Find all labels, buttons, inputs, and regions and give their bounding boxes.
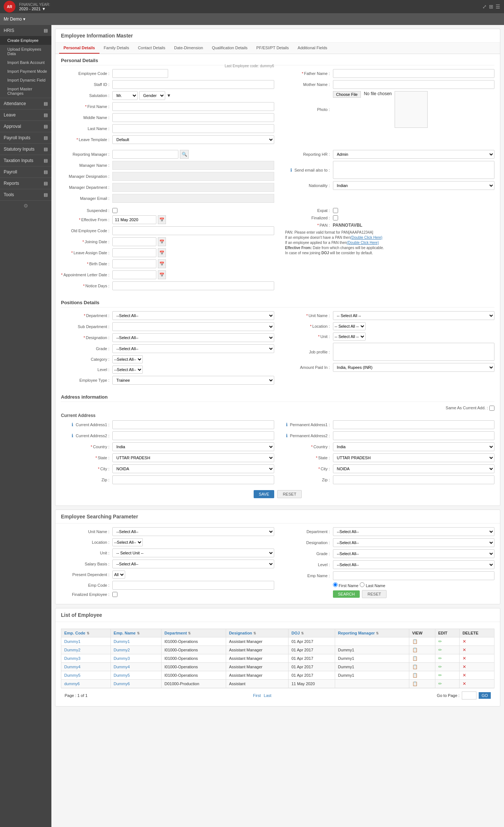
- birth-date-calendar-icon[interactable]: 📅: [158, 259, 166, 268]
- sidebar-item-import-dynamic[interactable]: Import Dynamic Field: [0, 76, 51, 85]
- search-finalized-checkbox[interactable]: [112, 592, 117, 597]
- staff-id-input[interactable]: [112, 80, 274, 89]
- notice-days-input[interactable]: [112, 281, 274, 290]
- emp-code-link[interactable]: Dummy5: [64, 673, 80, 677]
- effective-from-input[interactable]: [112, 215, 156, 224]
- emp-name-link[interactable]: Dummy6: [114, 682, 130, 686]
- emp-name-link[interactable]: Dummy4: [114, 665, 130, 669]
- tab-personal-details[interactable]: Personal Details: [59, 43, 99, 54]
- pan-no-pan-link[interactable]: (Double Click Here): [350, 235, 382, 240]
- sidebar-payroll-inputs-header[interactable]: Payroll Inputs ▤: [0, 132, 51, 143]
- level-select[interactable]: --Select All--: [112, 366, 143, 374]
- tab-additional-fields[interactable]: Additional Fields: [293, 43, 332, 54]
- sort-department[interactable]: Department: [164, 631, 187, 635]
- joining-date-input[interactable]: [112, 237, 156, 246]
- same-as-current-checkbox[interactable]: [489, 406, 494, 411]
- edit-icon[interactable]: ✏: [438, 647, 442, 652]
- delete-icon[interactable]: ✕: [463, 664, 466, 669]
- old-employee-code-input[interactable]: [112, 226, 274, 235]
- search-department-select[interactable]: --Select All--: [333, 527, 495, 536]
- sidebar-tools-header[interactable]: Tools ▤: [0, 189, 51, 200]
- current-address1-input[interactable]: [112, 420, 274, 429]
- sidebar-item-import-master[interactable]: Import Master Changes: [0, 85, 51, 98]
- go-button[interactable]: GO: [479, 692, 491, 699]
- sort-emp-name[interactable]: Emp. Name: [114, 631, 136, 635]
- expand-icon[interactable]: ⤢: [482, 4, 487, 10]
- search-designation-select[interactable]: --Select All--: [333, 538, 495, 547]
- emp-code-link[interactable]: Dummy1: [64, 639, 80, 644]
- birth-date-input[interactable]: [112, 259, 156, 268]
- view-icon[interactable]: 📋: [412, 673, 418, 678]
- tab-date-dimension[interactable]: Date-Dimension: [170, 43, 207, 54]
- user-name[interactable]: Mr Demo ▾: [4, 17, 25, 22]
- leave-assign-calendar-icon[interactable]: 📅: [158, 248, 166, 257]
- pagination-last[interactable]: Last: [264, 693, 272, 698]
- edit-icon[interactable]: ✏: [438, 639, 442, 644]
- emp-code-link[interactable]: Dummy4: [64, 665, 80, 669]
- view-icon[interactable]: 📋: [412, 664, 418, 669]
- choose-file-button[interactable]: Choose File: [333, 91, 361, 98]
- nationality-select[interactable]: Indian: [333, 181, 495, 190]
- emp-name-link[interactable]: Dummy2: [114, 648, 130, 652]
- tab-pf-esi-pt-details[interactable]: PF/ESI/PT Details: [252, 43, 293, 54]
- sidebar-section-hris-header[interactable]: HRIS ▤: [0, 25, 51, 36]
- effective-from-calendar-icon[interactable]: 📅: [158, 215, 166, 224]
- sidebar-payroll-header[interactable]: Payroll ▤: [0, 166, 51, 177]
- job-profile-textarea[interactable]: [333, 343, 495, 361]
- sort-reporting-manager[interactable]: Reporting Manager: [338, 631, 375, 635]
- current-city-select[interactable]: NOIDA: [112, 464, 274, 473]
- goto-page-input[interactable]: [462, 691, 476, 700]
- amount-paid-in-select[interactable]: India, Rupees (INR): [333, 363, 495, 372]
- last-name-radio-label[interactable]: Last Name: [360, 582, 385, 588]
- edit-icon[interactable]: ✏: [438, 673, 442, 678]
- current-state-select[interactable]: UTTAR PRADESH: [112, 453, 274, 462]
- edit-icon[interactable]: ✏: [438, 664, 442, 669]
- perm-state-select[interactable]: UTTAR PRADESH: [333, 453, 495, 462]
- department-select[interactable]: --Select All--: [112, 311, 274, 320]
- emp-code-link[interactable]: dummy6: [64, 682, 80, 686]
- search-present-dependent-select[interactable]: All: [112, 571, 125, 579]
- sidebar-item-upload-employees[interactable]: Upload Employees Data: [0, 45, 51, 58]
- view-icon[interactable]: 📋: [412, 647, 418, 652]
- tab-qualification-details[interactable]: Qualification Details: [207, 43, 252, 54]
- search-unit-select[interactable]: -- Select Unit --: [112, 549, 274, 557]
- emp-code-link[interactable]: Dummy3: [64, 656, 80, 661]
- delete-icon[interactable]: ✕: [463, 639, 466, 644]
- pagination-first[interactable]: First: [253, 693, 261, 698]
- sidebar-add-button[interactable]: ⚙: [0, 201, 51, 211]
- leave-template-select[interactable]: Default: [112, 135, 274, 144]
- sidebar-approval-header[interactable]: Approval ▤: [0, 121, 51, 132]
- delete-icon[interactable]: ✕: [463, 673, 466, 678]
- salutation-select[interactable]: Mr.Mrs.Ms.: [112, 91, 138, 100]
- employee-type-select[interactable]: Trainee: [112, 376, 274, 385]
- father-name-input[interactable]: [333, 69, 495, 78]
- expat-checkbox[interactable]: [333, 208, 338, 213]
- category-select[interactable]: --Select All--: [112, 355, 143, 363]
- reset-button[interactable]: RESET: [277, 490, 302, 498]
- emp-name-link[interactable]: Dummy1: [114, 639, 130, 644]
- search-level-select[interactable]: --Select All--: [333, 560, 495, 569]
- sidebar-item-import-payment[interactable]: Import Payment Mode: [0, 67, 51, 76]
- emp-name-link[interactable]: Dummy5: [114, 673, 130, 677]
- middle-name-input[interactable]: [112, 113, 274, 122]
- sidebar-item-create-employee[interactable]: Create Employee: [0, 36, 51, 45]
- sidebar-statutory-inputs-header[interactable]: Statutory Inputs ▤: [0, 144, 51, 155]
- view-icon[interactable]: 📋: [412, 656, 418, 661]
- menu-icon[interactable]: ☰: [496, 4, 500, 10]
- tab-family-details[interactable]: Family Details: [99, 43, 134, 54]
- perm-country-select[interactable]: India: [333, 442, 495, 451]
- search-location-select[interactable]: --Select All--: [112, 538, 143, 546]
- current-country-select[interactable]: India: [112, 442, 274, 451]
- location-select[interactable]: -- Select All --: [333, 322, 366, 330]
- delete-icon[interactable]: ✕: [463, 681, 466, 686]
- designation-select[interactable]: --Select All--: [112, 333, 274, 342]
- send-email-textarea[interactable]: [333, 161, 495, 179]
- delete-icon[interactable]: ✕: [463, 647, 466, 652]
- emp-name-link[interactable]: Dummy3: [114, 656, 130, 661]
- financial-year-value[interactable]: 2020 - 2021 ▼: [19, 7, 50, 11]
- appointment-calendar-icon[interactable]: 📅: [158, 270, 166, 279]
- search-button[interactable]: SEARCH: [333, 590, 360, 598]
- current-zip-input[interactable]: [112, 475, 274, 484]
- search-reset-button[interactable]: RESET: [362, 590, 387, 598]
- first-name-radio-label[interactable]: First Name: [333, 582, 359, 588]
